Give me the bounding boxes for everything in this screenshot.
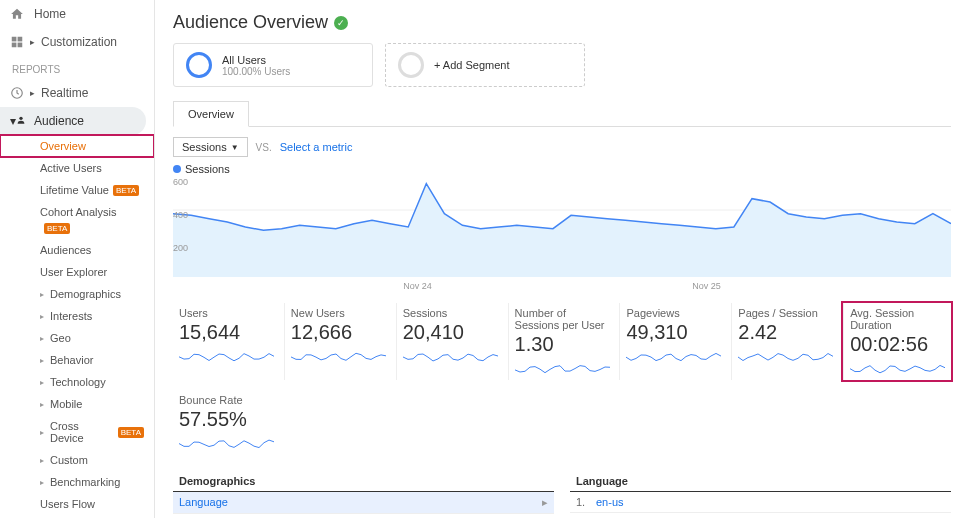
nav-child-label: Custom xyxy=(50,454,88,466)
sparkline xyxy=(291,348,391,364)
chevron-right-icon: ▸ xyxy=(40,290,44,299)
metric-label: Users xyxy=(179,307,274,319)
metric-value: 20,410 xyxy=(403,321,498,344)
metric-label: Sessions xyxy=(403,307,498,319)
sidebar-item-interests[interactable]: ▸Interests xyxy=(0,305,154,327)
metric-label: Number of Sessions per User xyxy=(515,307,610,331)
sidebar: Home ▸ Customization REPORTS ▸ Realtime … xyxy=(0,0,155,518)
tab-overview[interactable]: Overview xyxy=(173,101,249,127)
sidebar-item-demographics[interactable]: ▸Demographics xyxy=(0,283,154,305)
segment-all-users[interactable]: All Users 100.00% Users xyxy=(173,43,373,87)
customization-icon xyxy=(10,35,26,49)
sparkline xyxy=(515,360,615,376)
metric-new-users[interactable]: New Users12,666 xyxy=(284,303,392,380)
metric-value: 57.55% xyxy=(179,408,307,431)
segment-sub: 100.00% Users xyxy=(222,66,290,77)
chevron-right-icon: ▸ xyxy=(40,478,44,487)
chart-controls: Sessions ▼ VS. Select a metric xyxy=(173,137,951,157)
dimensions-table: Demographics Language▸CountryCity System… xyxy=(173,471,554,518)
sidebar-item-custom[interactable]: ▸Custom xyxy=(0,449,154,471)
nav-child-label: Overview xyxy=(40,140,86,152)
chevron-right-icon: ▸ xyxy=(40,334,44,343)
nav-audience[interactable]: ▾ Audience xyxy=(0,107,146,135)
metric-bounce-rate[interactable]: Bounce Rate57.55% xyxy=(173,390,313,455)
svg-rect-2 xyxy=(12,43,17,48)
values-table: Language 1.en-us2.en-gb3.fr-fr4.es-es5.i… xyxy=(570,471,951,518)
metric-sessions[interactable]: Sessions20,410 xyxy=(396,303,504,380)
y-tick: 400 xyxy=(173,210,188,220)
sidebar-item-mobile[interactable]: ▸Mobile xyxy=(0,393,154,415)
metric-label: Pageviews xyxy=(626,307,721,319)
metric-value: 15,644 xyxy=(179,321,274,344)
nav-child-label: Lifetime Value xyxy=(40,184,109,196)
chevron-right-icon: ▸ xyxy=(30,88,35,98)
metric-pages-session[interactable]: Pages / Session2.42 xyxy=(731,303,839,380)
page-title: Audience Overview ✓ xyxy=(173,12,951,33)
sidebar-item-user-explorer[interactable]: User Explorer xyxy=(0,261,154,283)
legend-dot-icon xyxy=(173,165,181,173)
metric-avg-session-duration[interactable]: Avg. Session Duration00:02:56 xyxy=(843,303,951,380)
sidebar-item-geo[interactable]: ▸Geo xyxy=(0,327,154,349)
sparkline xyxy=(850,360,950,376)
reports-section-label: REPORTS xyxy=(0,56,154,79)
metric-value: 2.42 xyxy=(738,321,833,344)
nav-child-label: Mobile xyxy=(50,398,82,410)
nav-home[interactable]: Home xyxy=(0,0,154,28)
add-segment-button[interactable]: + Add Segment xyxy=(385,43,585,87)
sparkline xyxy=(179,435,279,451)
x-tick: Nov 25 xyxy=(692,281,721,291)
clock-icon xyxy=(10,86,26,100)
person-icon: ▾ xyxy=(10,114,26,128)
nav-realtime[interactable]: ▸ Realtime xyxy=(0,79,154,107)
sidebar-item-behavior[interactable]: ▸Behavior xyxy=(0,349,154,371)
table-header: Language xyxy=(570,471,951,492)
chevron-right-icon: ▸ xyxy=(40,312,44,321)
metric-value: 00:02:56 xyxy=(850,333,945,356)
svg-point-5 xyxy=(19,117,22,120)
metric-pageviews[interactable]: Pageviews49,310 xyxy=(619,303,727,380)
main-content: Audience Overview ✓ All Users 100.00% Us… xyxy=(155,0,969,518)
nav-label: Home xyxy=(34,7,66,21)
chevron-right-icon: ▸ xyxy=(40,356,44,365)
svg-rect-3 xyxy=(18,43,23,48)
table-row[interactable]: Country xyxy=(173,514,554,518)
sidebar-item-active-users[interactable]: Active Users xyxy=(0,157,154,179)
table-row[interactable]: Language▸ xyxy=(173,492,554,514)
metric-dropdown[interactable]: Sessions ▼ xyxy=(173,137,248,157)
sidebar-item-benchmarking[interactable]: ▸Benchmarking xyxy=(0,471,154,493)
segment-circle-icon xyxy=(398,52,424,78)
dropdown-label: Sessions xyxy=(182,141,227,153)
nav-child-label: Interests xyxy=(50,310,92,322)
sidebar-item-users-flow[interactable]: Users Flow xyxy=(0,493,154,515)
chevron-right-icon: ▸ xyxy=(40,378,44,387)
sidebar-item-audiences[interactable]: Audiences xyxy=(0,239,154,261)
table-header: Demographics xyxy=(173,471,554,492)
sidebar-item-lifetime-value[interactable]: Lifetime ValueBETA xyxy=(0,179,154,201)
segment-name: All Users xyxy=(222,54,290,66)
beta-badge: BETA xyxy=(118,427,144,438)
chevron-down-icon: ▼ xyxy=(231,143,239,152)
segment-bar: All Users 100.00% Users + Add Segment xyxy=(173,43,951,87)
select-metric-link[interactable]: Select a metric xyxy=(280,141,353,153)
segment-circle-icon xyxy=(186,52,212,78)
nav-child-label: Benchmarking xyxy=(50,476,120,488)
nav-child-label: User Explorer xyxy=(40,266,107,278)
main-chart[interactable]: 600 400 200 xyxy=(173,177,951,277)
chevron-right-icon: ▸ xyxy=(542,496,548,509)
table-row[interactable]: 1.en-us xyxy=(570,492,951,513)
page-title-text: Audience Overview xyxy=(173,12,328,33)
metric-value: 1.30 xyxy=(515,333,610,356)
chevron-right-icon: ▸ xyxy=(40,400,44,409)
nav-customization[interactable]: ▸ Customization xyxy=(0,28,154,56)
metric-users[interactable]: Users15,644 xyxy=(173,303,280,380)
svg-rect-1 xyxy=(18,37,23,42)
verified-icon: ✓ xyxy=(334,16,348,30)
metric-number-of-sessions-per-user[interactable]: Number of Sessions per User1.30 xyxy=(508,303,616,380)
sidebar-item-cross-device[interactable]: ▸Cross DeviceBETA xyxy=(0,415,154,449)
sidebar-item-technology[interactable]: ▸Technology xyxy=(0,371,154,393)
home-icon xyxy=(10,7,26,21)
table-row[interactable]: 2.en-gb xyxy=(570,513,951,518)
nav-child-label: Active Users xyxy=(40,162,102,174)
sidebar-item-overview[interactable]: Overview xyxy=(0,135,154,157)
sidebar-item-cohort-analysis[interactable]: Cohort Analysis xyxy=(0,201,154,223)
